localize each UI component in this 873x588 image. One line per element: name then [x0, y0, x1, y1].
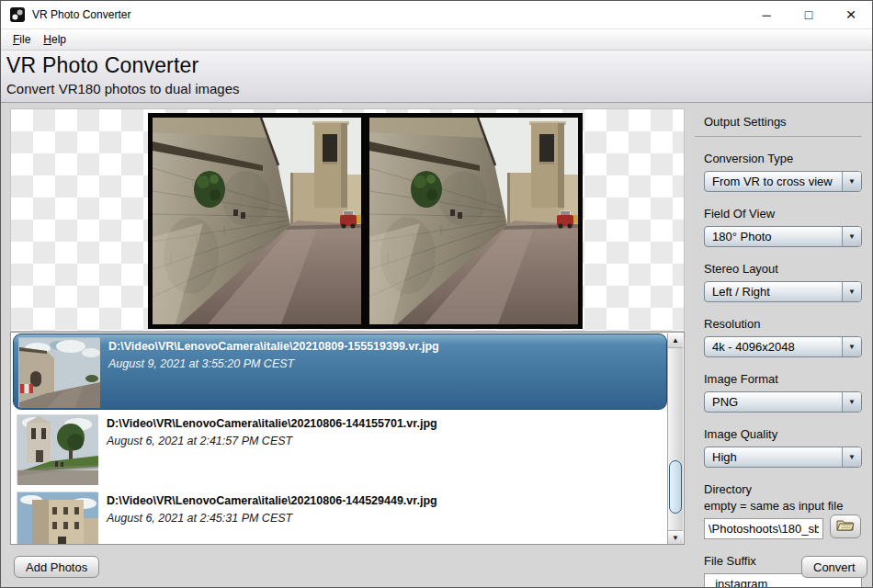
image-format-field: Image Format PNG ▼ [704, 372, 862, 413]
output-settings-panel: Output Settings Conversion Type From VR … [695, 104, 862, 588]
field-of-view-field: Field Of View 180° Photo ▼ [704, 207, 862, 247]
photo-thumbnail [17, 414, 97, 484]
photo-path: D:\Video\VR\LenovoCamera\italie\20210809… [108, 340, 439, 353]
app-logo-icon [10, 7, 25, 22]
field-of-view-select[interactable]: 180° Photo ▼ [704, 226, 862, 247]
list-scrollbar[interactable]: ▲ ▼ [667, 334, 683, 545]
menu-help[interactable]: Help [37, 30, 73, 49]
photo-path: D:\Video\VR\LenovoCamera\italie\20210806… [107, 417, 437, 430]
field-of-view-label: Field Of View [704, 207, 862, 220]
image-quality-label: Image Quality [704, 427, 862, 441]
chevron-down-icon[interactable]: ▼ [842, 392, 861, 412]
app-window: VR Photo Converter ─ □ × File Help VR Ph… [0, 0, 873, 588]
photo-thumbnail [18, 337, 99, 407]
scroll-down-icon[interactable]: ▼ [668, 530, 683, 545]
chevron-down-icon[interactable]: ▼ [842, 282, 861, 301]
photo-date: August 9, 2021 at 3:55:20 PM CEST [108, 357, 439, 370]
conversion-type-select[interactable]: From VR to cross view ▼ [704, 171, 862, 192]
window-controls: ─ □ × [745, 1, 872, 28]
page-subtitle: Convert VR180 photos to dual images [6, 81, 872, 96]
chevron-down-icon[interactable]: ▼ [842, 172, 861, 191]
window-title: VR Photo Converter [32, 8, 745, 21]
photo-list-item[interactable]: D:\Video\VR\LenovoCamera\italie\20210806… [12, 412, 666, 488]
close-button[interactable]: × [830, 1, 872, 28]
photo-list-item[interactable]: D:\Video\VR\LenovoCamera\italie\20210806… [12, 489, 666, 545]
photo-thumbnail [17, 492, 97, 545]
photo-list: D:\Video\VR\LenovoCamera\italie\20210809… [10, 332, 685, 545]
directory-input[interactable] [704, 518, 823, 539]
image-quality-field: Image Quality High ▼ [704, 427, 862, 468]
page-title: VR Photo Converter [6, 53, 872, 78]
conversion-type-label: Conversion Type [704, 152, 862, 165]
directory-field: Directory empty = same as input file [704, 482, 862, 539]
menubar: File Help [1, 28, 872, 51]
browse-directory-button[interactable] [830, 514, 861, 538]
open-folder-icon [836, 518, 855, 534]
chevron-down-icon[interactable]: ▼ [842, 227, 861, 246]
resolution-select[interactable]: 4k - 4096x2048 ▼ [704, 336, 862, 357]
scrollbar-thumb[interactable] [669, 460, 682, 514]
preview-area [10, 108, 685, 332]
chevron-down-icon[interactable]: ▼ [842, 447, 861, 467]
page-header: VR Photo Converter Convert VR180 photos … [1, 51, 872, 103]
image-quality-select[interactable]: High ▼ [704, 447, 862, 468]
photo-date: August 6, 2021 at 2:41:57 PM CEST [107, 435, 437, 447]
photo-list-item[interactable]: D:\Video\VR\LenovoCamera\italie\20210809… [13, 334, 667, 410]
minimize-button[interactable]: ─ [745, 1, 788, 28]
conversion-type-field: Conversion Type From VR to cross view ▼ [704, 152, 862, 192]
panel-separator [695, 136, 862, 137]
chevron-down-icon[interactable]: ▼ [842, 337, 861, 356]
photo-date: August 6, 2021 at 2:45:31 PM CEST [107, 512, 437, 525]
stereo-preview-image [148, 113, 583, 329]
directory-label: Directory [704, 482, 862, 496]
stereo-layout-field: Stereo Layout Left / Right ▼ [704, 262, 862, 302]
add-photos-button[interactable]: Add Photos [14, 556, 99, 578]
image-format-select[interactable]: PNG ▼ [704, 391, 862, 413]
resolution-label: Resolution [704, 317, 862, 331]
photo-path: D:\Video\VR\LenovoCamera\italie\20210806… [107, 494, 437, 507]
maximize-button[interactable]: □ [788, 1, 830, 28]
titlebar: VR Photo Converter ─ □ × [1, 1, 872, 28]
image-format-label: Image Format [704, 372, 862, 386]
directory-hint: empty = same as input file [704, 499, 862, 513]
resolution-field: Resolution 4k - 4096x2048 ▼ [704, 317, 862, 357]
convert-button[interactable]: Convert [801, 556, 867, 578]
scroll-up-icon[interactable]: ▲ [668, 334, 683, 348]
menu-file[interactable]: File [6, 30, 37, 49]
stereo-layout-select[interactable]: Left / Right ▼ [704, 281, 862, 302]
stereo-layout-label: Stereo Layout [704, 262, 862, 276]
panel-title: Output Settings [704, 115, 862, 129]
